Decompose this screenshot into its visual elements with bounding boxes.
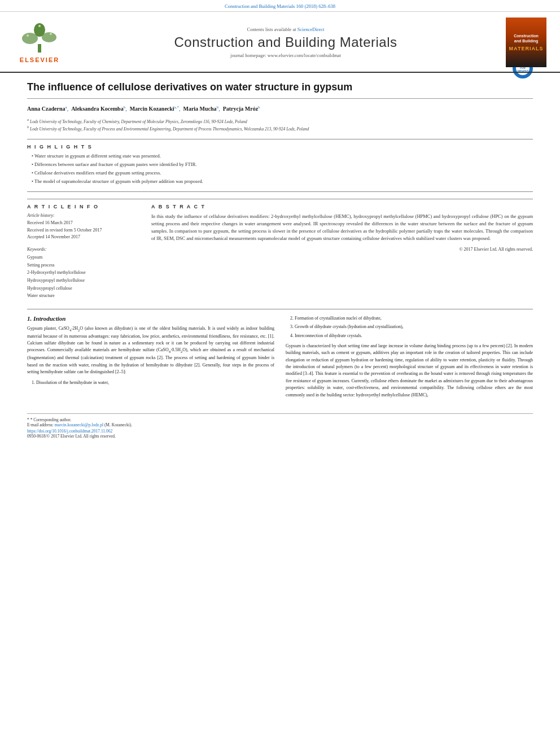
highlights-label: H I G H L I G H T S: [27, 144, 533, 150]
step-3: Growth of dihydrate crystals (hydration …: [295, 324, 533, 330]
doi-line: https://doi.org/10.1016/j.conbuildmat.20…: [27, 427, 533, 434]
intro-paragraph-1: Gypsum plaster, CaSO4·2H2O (also known a…: [27, 325, 274, 376]
info-abstract-layout: A R T I C L E I N F O Article history: R…: [27, 199, 533, 300]
cover-materials-label: MATERIALS: [509, 46, 544, 51]
contents-available-line: Contents lists available at ScienceDirec…: [68, 27, 504, 32]
author-email-link[interactable]: marcin.kozanecki@p.lodz.pl: [55, 422, 104, 427]
cover-title-text: Constructionand Building: [514, 33, 539, 43]
keyword-setting: Setting process: [27, 261, 140, 269]
author-anna: Anna Czaderna: [27, 106, 65, 112]
issn-line: 0950-0618/© 2017 Elsevier Ltd. All right…: [27, 434, 533, 439]
keyword-gypsum: Gypsum: [27, 254, 140, 261]
sciencedirect-link[interactable]: ScienceDirect: [298, 27, 325, 32]
article-info-header: A R T I C L E I N F O: [27, 204, 140, 209]
keywords-section: Keywords: Gypsum Setting process 2-Hydro…: [27, 247, 140, 300]
journal-cover-image: Constructionand Building MATERIALS: [504, 18, 549, 67]
article-info-col: A R T I C L E I N F O Article history: R…: [27, 204, 140, 300]
received-date-1: Received 16 March 2017: [27, 220, 140, 227]
top-citation-bar: Construction and Building Materials 160 …: [0, 0, 560, 12]
main-left-col: 1. Introduction Gypsum plaster, CaSO4·2H…: [27, 315, 274, 402]
journal-main-title: Construction and Building Materials: [68, 34, 504, 50]
svg-rect-0: [38, 44, 41, 53]
journal-title-center: Contents lists available at ScienceDirec…: [68, 27, 504, 58]
author-marcin: Marcin Kozanecki: [130, 106, 174, 112]
affiliation-b: b Lodz University of Technology, Faculty…: [27, 124, 533, 132]
highlights-section: H I G H L I G H T S Water structure in g…: [27, 139, 533, 192]
abstract-header: A B S T R A C T: [151, 204, 533, 209]
footer-area: * * Corresponding author. E-mail address…: [27, 413, 533, 439]
cover-box: Constructionand Building MATERIALS: [506, 18, 546, 67]
authors-line: Anna Czadernaa, Aleksandra Kocembab, Mar…: [27, 104, 533, 113]
article-history: Article history: Received 16 March 2017 …: [27, 213, 140, 241]
article-title: The influence of cellulose derivatives o…: [27, 81, 533, 99]
article-content: CHECKFORUPDATES The influence of cellulo…: [0, 73, 560, 447]
highlight-item: Cellulose derivatives modifiers retard t…: [32, 170, 533, 177]
history-label: Article history:: [27, 213, 140, 218]
corresponding-author-note: * * Corresponding author.: [27, 417, 533, 422]
accepted-date: Accepted 14 November 2017: [27, 234, 140, 241]
keyword-hpc: Hydroxypropyl cellulose: [27, 285, 140, 292]
step-1: Dissolution of the hemihydrate in water,: [36, 379, 274, 386]
abstract-text: In this study the influence of cellulose…: [151, 213, 533, 243]
affiliations: a Lodz University of Technology, Faculty…: [27, 117, 533, 133]
author-maria: Maria Mucha: [183, 106, 216, 112]
step-2: Formation of crystallization nuclei of d…: [295, 315, 533, 322]
author-aleksandra: Aleksandra Kocemba: [71, 106, 124, 112]
intro-paragraph-2: Gypsum is characterized by short setting…: [286, 343, 533, 399]
keyword-hemc: 2-Hydroxyethyl methylcellulose: [27, 269, 140, 277]
affiliation-a: a Lodz University of Technology, Faculty…: [27, 117, 533, 125]
svg-point-4: [27, 34, 29, 37]
highlight-item: Water structure in gypsum at different s…: [32, 153, 533, 160]
email-note: E-mail address: marcin.kozanecki@p.lodz.…: [27, 422, 533, 427]
author-patrycja: Patrycja Mróz: [223, 106, 258, 112]
keywords-label: Keywords:: [27, 247, 140, 252]
svg-point-5: [50, 33, 52, 35]
highlight-item: Differences between surface and fracture…: [32, 161, 533, 168]
journal-homepage: journal homepage: www.elsevier.com/locat…: [68, 53, 504, 58]
keyword-hpmc: Hydroxypropyl methylcellulose: [27, 277, 140, 285]
doi-link[interactable]: https://doi.org/10.1016/j.conbuildmat.20…: [27, 429, 112, 434]
copyright-line: © 2017 Elsevier Ltd. All rights reserved…: [151, 247, 533, 252]
citation-text: Construction and Building Materials 160 …: [225, 3, 335, 9]
steps-list: Dissolution of the hemihydrate in water,: [27, 379, 274, 386]
highlight-item: The model of supramolecular structure of…: [32, 178, 533, 185]
step-4: Interconnection of dihydrate crystals.: [295, 333, 533, 339]
elsevier-logo: ELSEVIER: [11, 21, 68, 63]
journal-header: ELSEVIER Contents lists available at Sci…: [0, 12, 560, 73]
elsevier-brand-text: ELSEVIER: [20, 56, 59, 63]
steps-list-right: Formation of crystallization nuclei of d…: [286, 315, 533, 339]
abstract-col: A B S T R A C T In this study the influe…: [151, 204, 533, 300]
highlights-list: Water structure in gypsum at different s…: [27, 153, 533, 185]
svg-point-6: [38, 25, 41, 27]
introduction-title: 1. Introduction: [27, 315, 274, 322]
received-date-2: Received in revised form 5 October 2017: [27, 227, 140, 234]
keyword-water: Water structure: [27, 292, 140, 300]
elsevier-tree-icon: [20, 21, 59, 55]
main-body-layout: 1. Introduction Gypsum plaster, CaSO4·2H…: [27, 309, 533, 402]
main-right-col: Formation of crystallization nuclei of d…: [286, 315, 533, 402]
